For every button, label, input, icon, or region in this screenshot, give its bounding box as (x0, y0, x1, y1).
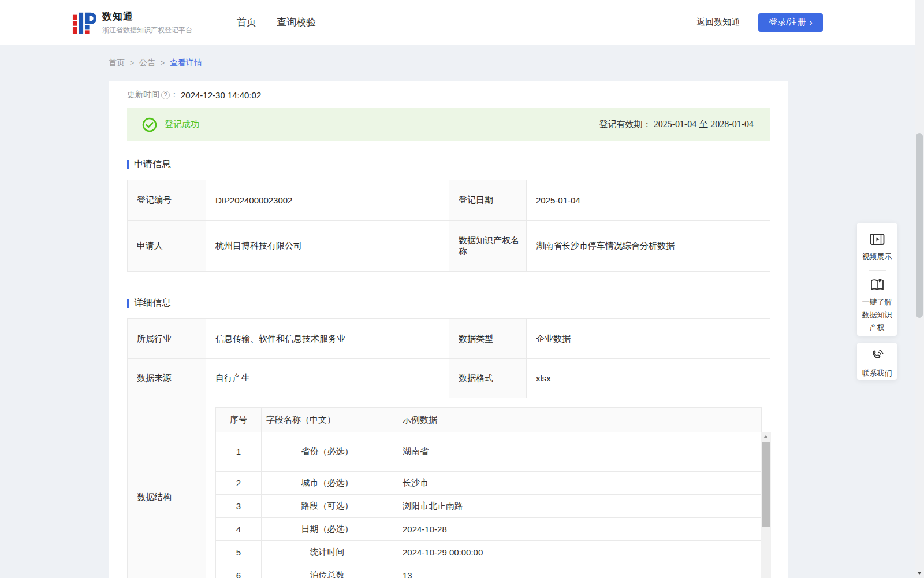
page-scrollbar-thumb[interactable] (916, 133, 923, 318)
cell-field: 泊位总数 (262, 564, 393, 578)
main-nav: 首页 查询校验 (217, 16, 316, 29)
field-value: 企业数据 (527, 319, 770, 359)
table-row: 1 省份（必选） 湖南省 (216, 432, 762, 472)
data-structure-cell: 序号 字段名称（中文） 示例数据 1 省份（必选） 湖南省 2 城市（必选） (206, 398, 770, 578)
breadcrumb-announcement[interactable]: 公告 (139, 58, 155, 68)
field-value: DIP2024000023002 (206, 180, 449, 221)
floating-panel-contact[interactable]: 联系我们 (857, 343, 897, 380)
title-accent-bar (127, 160, 129, 169)
cell-sample: 13 (393, 564, 762, 578)
table-row: 3 路段（可选） 浏阳市北正南路 (216, 495, 762, 518)
divider (869, 270, 886, 271)
title-accent-bar (127, 299, 129, 308)
breadcrumb-separator: > (161, 59, 165, 67)
help-icon[interactable]: ? (161, 91, 170, 99)
cell-no: 4 (216, 518, 262, 541)
cell-sample: 2024-10-29 00:00:00 (393, 541, 762, 564)
top-header: 数知通 浙江省数据知识产权登记平台 首页 查询校验 返回数知通 登录/注册 › (0, 0, 924, 45)
table-row: 登记编号 DIP2024000023002 登记日期 2025-01-04 (128, 180, 770, 221)
inner-scrollbar-thumb[interactable] (762, 442, 770, 527)
table-row: 2 城市（必选） 长沙市 (216, 472, 762, 495)
cell-no: 3 (216, 495, 262, 518)
update-time-value: 2024-12-30 14:40:02 (181, 90, 261, 100)
video-icon[interactable] (870, 232, 885, 247)
column-header: 示例数据 (393, 408, 762, 432)
contact-us-button[interactable]: 联系我们 (862, 367, 893, 380)
field-value: 2025-01-04 (527, 180, 770, 221)
cell-sample: 湖南省 (393, 432, 762, 472)
table-row: 6 泊位总数 13 (216, 564, 762, 578)
scroll-down-arrow-icon[interactable] (917, 572, 922, 575)
table-row: 5 统计时间 2024-10-29 00:00:00 (216, 541, 762, 564)
field-label: 登记日期 (449, 180, 527, 221)
table-row: 申请人 杭州目博科技有限公司 数据知识产权名称 湖南省长沙市停车情况综合分析数据 (128, 221, 770, 272)
table-row: 4 日期（必选） 2024-10-28 (216, 518, 762, 541)
cell-field: 统计时间 (262, 541, 393, 564)
logo[interactable]: 数知通 浙江省数据知识产权登记平台 (72, 9, 192, 36)
book-icon[interactable] (870, 277, 885, 292)
cell-sample: 长沙市 (393, 472, 762, 495)
cell-no: 1 (216, 432, 262, 472)
field-label: 数据格式 (449, 359, 527, 398)
field-label: 数据知识产权名称 (449, 221, 527, 272)
status-text: 登记成功 (165, 119, 199, 130)
table-row: 数据来源 自行产生 数据格式 xlsx (128, 359, 770, 398)
cell-field: 路段（可选） (262, 495, 393, 518)
cell-field: 日期（必选） (262, 518, 393, 541)
table-row: 所属行业 信息传输、软件和信息技术服务业 数据类型 企业数据 (128, 319, 770, 359)
cell-sample: 2024-10-28 (393, 518, 762, 541)
detail-info-table: 所属行业 信息传输、软件和信息技术服务业 数据类型 企业数据 数据来源 自行产生… (127, 318, 770, 578)
field-value: 信息传输、软件和信息技术服务业 (206, 319, 449, 359)
page-scrollbar[interactable] (915, 0, 924, 578)
field-label: 申请人 (128, 221, 206, 272)
table-header-row: 序号 字段名称（中文） 示例数据 (216, 408, 762, 432)
floating-panel-help: 视频展示 一键了解数据知识产权 (857, 223, 897, 336)
field-label: 数据类型 (449, 319, 527, 359)
field-value: 湖南省长沙市停车情况综合分析数据 (527, 221, 770, 272)
column-header: 序号 (216, 408, 262, 432)
cell-field: 城市（必选） (262, 472, 393, 495)
update-time-label: 更新时间 (127, 90, 159, 100)
cell-no: 5 (216, 541, 262, 564)
table-row: 数据结构 序号 字段名称（中文） 示例数据 1 省份（必选） 湖南省 (128, 398, 770, 578)
inner-table-scrollbar[interactable] (761, 432, 771, 578)
field-value: xlsx (527, 359, 770, 398)
field-value: 杭州目博科技有限公司 (206, 221, 449, 272)
application-info-table: 登记编号 DIP2024000023002 登记日期 2025-01-04 申请… (127, 180, 770, 272)
login-button-label: 登录/注册 (769, 17, 806, 28)
data-structure-table: 序号 字段名称（中文） 示例数据 1 省份（必选） 湖南省 2 城市（必选） (215, 407, 762, 578)
validity-value: 2025-01-04 至 2028-01-04 (654, 119, 754, 129)
data-structure-table-wrap: 序号 字段名称（中文） 示例数据 1 省份（必选） 湖南省 2 城市（必选） (215, 407, 761, 578)
check-circle-icon (142, 117, 157, 132)
chevron-right-icon: › (809, 17, 813, 27)
update-time-row: 更新时间 ? ： 2024-12-30 14:40:02 (127, 90, 770, 100)
cell-no: 2 (216, 472, 262, 495)
column-header: 字段名称（中文） (262, 408, 393, 432)
field-label: 数据来源 (128, 359, 206, 398)
back-to-shuzhitong-link[interactable]: 返回数知通 (696, 17, 740, 28)
scroll-up-arrow-icon[interactable] (763, 435, 768, 438)
colon: ： (170, 90, 178, 100)
login-register-button[interactable]: 登录/注册 › (758, 13, 823, 32)
phone-icon (870, 349, 885, 364)
nav-item-home[interactable]: 首页 (237, 16, 256, 29)
video-demo-button[interactable]: 视频展示 (862, 250, 893, 263)
section-title-application: 申请信息 (127, 158, 770, 171)
breadcrumb: 首页 > 公告 > 查看详情 (109, 58, 202, 68)
field-label: 所属行业 (128, 319, 206, 359)
breadcrumb-home[interactable]: 首页 (109, 58, 125, 68)
site-subtitle: 浙江省数据知识产权登记平台 (102, 25, 192, 35)
field-label: 登记编号 (128, 180, 206, 221)
breadcrumb-current: 查看详情 (170, 58, 202, 68)
validity-label: 登记有效期： (599, 119, 651, 129)
cell-no: 6 (216, 564, 262, 578)
one-click-guide-button[interactable]: 一键了解数据知识产权 (862, 296, 893, 334)
nav-item-query-verify[interactable]: 查询校验 (277, 16, 316, 29)
site-title: 数知通 (102, 10, 192, 23)
field-value: 自行产生 (206, 359, 449, 398)
section-title-detail: 详细信息 (127, 297, 770, 309)
detail-card: 更新时间 ? ： 2024-12-30 14:40:02 登记成功 登记有效期：… (109, 81, 788, 578)
breadcrumb-separator: > (130, 59, 134, 67)
field-label: 数据结构 (128, 398, 206, 578)
cell-sample: 浏阳市北正南路 (393, 495, 762, 518)
